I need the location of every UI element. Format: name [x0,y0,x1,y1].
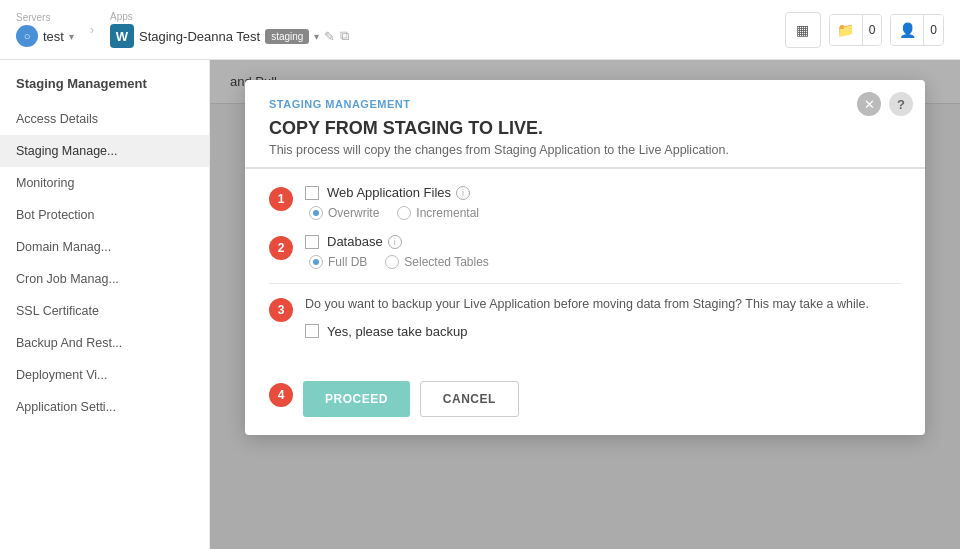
external-link-icon[interactable]: ⧉ [340,28,349,44]
folder-icon: 📁 [830,14,862,46]
step-3-row: 3 Do you want to backup your Live Applic… [269,296,901,339]
database-checkbox[interactable] [305,235,319,249]
files-button[interactable]: 📁 0 [829,14,883,46]
overwrite-radio-circle [309,206,323,220]
step-1-row: 1 Web Application Files i [269,185,901,220]
modal-close-button[interactable]: ✕ [857,92,881,116]
incremental-label: Incremental [416,206,479,220]
sidebar-item-access-details[interactable]: Access Details [0,103,209,135]
sidebar-item-backup[interactable]: Backup And Rest... [0,327,209,359]
step-1-badge: 1 [269,187,293,211]
step-2-row: 2 Database i [269,234,901,269]
sidebar-item-staging-management[interactable]: Staging Manage... [0,135,209,167]
modal-title: COPY FROM STAGING TO LIVE. [269,118,901,139]
backup-label: Yes, please take backup [327,324,467,339]
web-files-info-icon[interactable]: i [456,186,470,200]
content: and Pull ✕ ? STAGING MANAGEMENT COPY FRO… [210,60,960,549]
full-db-radio[interactable]: Full DB [309,255,367,269]
step-3-badge: 3 [269,298,293,322]
step-3-content: Do you want to backup your Live Applicat… [305,296,901,339]
sidebar-item-cron-job[interactable]: Cron Job Manag... [0,263,209,295]
app-dropdown-arrow[interactable]: ▾ [314,31,319,42]
topbar: Servers ○ test ▾ › Apps W Staging-Deanna… [0,0,960,60]
step-2-badge: 2 [269,236,293,260]
selected-tables-label: Selected Tables [404,255,489,269]
step-1-sub-options: Overwrite Incremental [305,206,901,220]
apps-section: Apps W Staging-Deanna Test staging ▾ ✎ ⧉ [110,11,349,48]
full-db-label: Full DB [328,255,367,269]
step-4-badge: 4 [269,383,293,407]
modal-section-title: STAGING MANAGEMENT [269,98,901,110]
step-2-sub-options: Full DB Selected Tables [305,255,901,269]
backup-checkbox-row: Yes, please take backup [305,324,901,339]
database-info-icon[interactable]: i [388,235,402,249]
backup-checkbox[interactable] [305,324,319,338]
step-1-content: Web Application Files i Overwrite [305,185,901,220]
users-button[interactable]: 👤 0 [890,14,944,46]
sidebar-item-bot-protection[interactable]: Bot Protection [0,199,209,231]
database-label: Database i [327,234,402,249]
sidebar-item-ssl[interactable]: SSL Certificate [0,295,209,327]
apps-label: Apps [110,11,349,22]
files-badge: 0 [862,14,882,46]
app-icon: W [110,24,134,48]
incremental-radio-circle [397,206,411,220]
modal-body: 1 Web Application Files i [245,169,925,369]
overwrite-label: Overwrite [328,206,379,220]
app-badge: staging [265,29,309,44]
modal-header: STAGING MANAGEMENT COPY FROM STAGING TO … [245,80,925,169]
web-files-checkbox[interactable] [305,186,319,200]
selected-tables-radio[interactable]: Selected Tables [385,255,489,269]
step-2-content: Database i Full DB [305,234,901,269]
proceed-button[interactable]: PROCEED [303,381,410,417]
sidebar-item-monitoring[interactable]: Monitoring [0,167,209,199]
server-name: test [43,29,64,44]
users-icon: 👤 [891,14,923,46]
modal: ✕ ? STAGING MANAGEMENT COPY FROM STAGING… [245,80,925,435]
topbar-left: Servers ○ test ▾ › Apps W Staging-Deanna… [16,11,785,48]
servers-label: Servers [16,12,74,23]
full-db-radio-circle [309,255,323,269]
modal-help-button[interactable]: ? [889,92,913,116]
web-files-label: Web Application Files i [327,185,470,200]
server-dropdown-arrow[interactable]: ▾ [69,31,74,42]
sidebar: Staging Management Access Details Stagin… [0,60,210,549]
main-layout: Staging Management Access Details Stagin… [0,60,960,549]
step-2-option-row: Database i [305,234,901,249]
overwrite-radio[interactable]: Overwrite [309,206,379,220]
sidebar-item-deployment[interactable]: Deployment Vi... [0,359,209,391]
layout-icon-button[interactable]: ▦ [785,12,821,48]
app-name: Staging-Deanna Test [139,29,260,44]
incremental-radio[interactable]: Incremental [397,206,479,220]
breadcrumb-arrow: › [90,23,94,37]
selected-tables-radio-circle [385,255,399,269]
topbar-right: ▦ 📁 0 👤 0 [785,12,944,48]
users-badge: 0 [923,14,943,46]
modal-footer: 4 PROCEED CANCEL [245,369,925,435]
sidebar-item-app-settings[interactable]: Application Setti... [0,391,209,423]
modal-subtitle: This process will copy the changes from … [269,143,901,157]
divider [269,283,901,284]
sidebar-title: Staging Management [0,76,209,103]
server-icon: ○ [16,25,38,47]
servers-section: Servers ○ test ▾ [16,12,74,47]
backup-text: Do you want to backup your Live Applicat… [305,296,901,314]
step-1-option-row: Web Application Files i [305,185,901,200]
edit-icon[interactable]: ✎ [324,29,335,44]
cancel-button[interactable]: CANCEL [420,381,519,417]
modal-overlay: ✕ ? STAGING MANAGEMENT COPY FROM STAGING… [210,60,960,549]
sidebar-item-domain-management[interactable]: Domain Manag... [0,231,209,263]
